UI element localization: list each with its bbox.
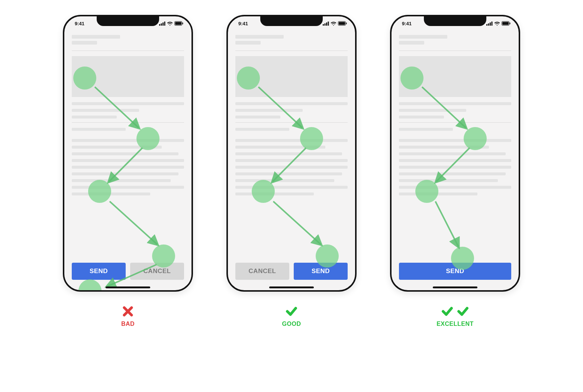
check-icon (441, 305, 454, 318)
phone-mockup: 9:41 (390, 15, 520, 292)
phone-notch (97, 16, 159, 26)
placeholder-line (235, 166, 348, 169)
placeholder-line (72, 172, 178, 175)
placeholder-line (72, 159, 184, 162)
svg-rect-3 (164, 22, 165, 26)
phone-mockup: 9:41 (63, 15, 193, 292)
cancel-label: CANCEL (249, 268, 276, 275)
status-time: 9:41 (238, 21, 248, 26)
placeholder-line (72, 192, 150, 195)
signal-icon (159, 22, 165, 26)
phone-notch (260, 16, 323, 26)
verdict-good: GOOD (282, 305, 301, 327)
column-bad: 9:41 (63, 15, 193, 327)
divider (72, 51, 184, 51)
svg-rect-11 (323, 24, 324, 26)
svg-rect-5 (175, 22, 181, 25)
svg-rect-17 (346, 23, 347, 25)
svg-rect-2 (162, 22, 164, 26)
placeholder-line (72, 128, 126, 131)
send-label: SEND (312, 268, 330, 275)
placeholder-line (399, 35, 447, 39)
placeholder-line (235, 192, 314, 195)
svg-rect-0 (159, 24, 160, 26)
send-button[interactable]: SEND (72, 263, 126, 280)
placeholder-line (399, 159, 511, 162)
placeholder-line (235, 41, 261, 45)
screen-content: CANCEL SEND (235, 35, 348, 284)
svg-rect-27 (510, 23, 510, 25)
button-row: CANCEL SEND (235, 263, 348, 280)
status-time: 9:41 (402, 21, 412, 26)
status-time: 9:41 (75, 21, 84, 26)
divider (399, 51, 511, 51)
placeholder-line (72, 186, 184, 189)
placeholder-line (72, 146, 162, 149)
placeholder-line (399, 172, 506, 175)
placeholder-line (399, 116, 444, 119)
divider (72, 122, 184, 123)
home-indicator (106, 286, 150, 288)
placeholder-line (399, 192, 477, 195)
placeholder-line (399, 128, 453, 131)
column-excellent: 9:41 (390, 15, 520, 327)
send-button[interactable]: SEND (294, 263, 348, 280)
placeholder-line (235, 116, 280, 119)
wifi-icon (494, 22, 500, 26)
svg-rect-16 (339, 22, 345, 25)
battery-icon (174, 21, 183, 26)
status-icons (486, 21, 510, 26)
svg-rect-14 (328, 22, 329, 26)
svg-rect-1 (161, 23, 162, 26)
placeholder-line (72, 102, 184, 105)
placeholder-line (235, 186, 348, 189)
placeholder-line (72, 35, 120, 39)
button-row: SEND CANCEL (72, 263, 184, 280)
placeholder-hero (235, 56, 348, 97)
placeholder-line (235, 152, 342, 155)
check-icon (285, 305, 298, 318)
divider (235, 122, 348, 123)
verdict-bad: BAD (121, 305, 135, 327)
cross-icon (122, 305, 134, 318)
placeholder-line (72, 109, 139, 112)
phone-mockup: 9:41 (226, 15, 357, 292)
placeholder-line (399, 109, 466, 112)
diagram-stage: 9:41 (63, 15, 520, 327)
screen-content: SEND (399, 35, 511, 284)
svg-rect-21 (486, 24, 487, 26)
send-label: SEND (90, 268, 108, 275)
placeholder-line (235, 179, 334, 182)
placeholder-hero (72, 56, 184, 97)
signal-icon (486, 22, 493, 26)
placeholder-line (72, 41, 97, 45)
cancel-button[interactable]: CANCEL (235, 263, 289, 280)
svg-rect-12 (325, 23, 326, 26)
placeholder-line (72, 116, 117, 119)
placeholder-line (72, 152, 178, 155)
placeholder-line (399, 166, 511, 169)
send-button[interactable]: SEND (399, 263, 511, 280)
wifi-icon (331, 22, 336, 26)
column-good: 9:41 (226, 15, 357, 327)
signal-icon (323, 22, 329, 26)
battery-icon (502, 21, 510, 26)
verdict-label: GOOD (282, 321, 301, 327)
placeholder-line (399, 146, 489, 149)
placeholder-line (399, 41, 424, 45)
placeholder-line (235, 109, 303, 112)
verdict-excellent: EXCELLENT (437, 305, 474, 327)
screen-content: SEND CANCEL (72, 35, 184, 284)
placeholder-line (235, 172, 342, 175)
placeholder-line (399, 179, 498, 182)
placeholder-line (399, 152, 506, 155)
placeholder-line (72, 179, 171, 182)
placeholder-line (235, 139, 348, 142)
button-row: SEND (399, 263, 511, 280)
placeholder-line (235, 35, 284, 39)
cancel-button[interactable]: CANCEL (130, 263, 184, 280)
svg-rect-13 (326, 22, 327, 26)
svg-rect-26 (502, 22, 509, 25)
placeholder-line (235, 128, 289, 131)
send-label: SEND (446, 268, 464, 275)
